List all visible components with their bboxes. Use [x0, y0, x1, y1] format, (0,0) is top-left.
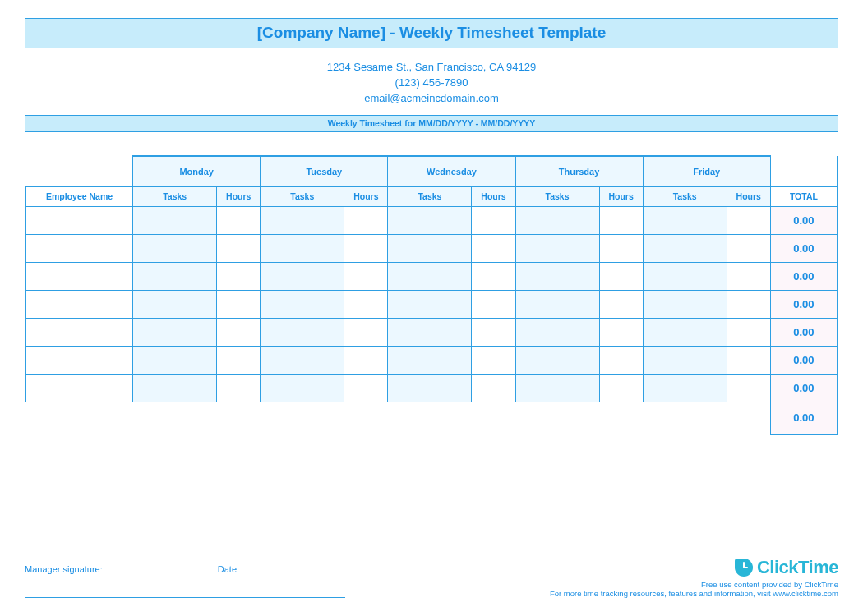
- tasks-cell[interactable]: [133, 374, 217, 402]
- hours-cell[interactable]: [727, 234, 770, 262]
- hours-cell[interactable]: [217, 346, 261, 374]
- hours-cell[interactable]: [217, 290, 261, 318]
- hours-cell[interactable]: [472, 234, 515, 262]
- tasks-cell[interactable]: [388, 374, 472, 402]
- employee-cell[interactable]: [25, 206, 133, 234]
- tasks-cell[interactable]: [643, 234, 727, 262]
- hours-cell[interactable]: [344, 206, 388, 234]
- tasks-cell[interactable]: [261, 374, 344, 402]
- hours-cell[interactable]: [599, 318, 643, 346]
- tasks-cell[interactable]: [133, 290, 217, 318]
- employee-cell[interactable]: [25, 318, 133, 346]
- tasks-cell[interactable]: [388, 234, 472, 262]
- tasks-cell[interactable]: [261, 318, 344, 346]
- manager-signature-label: Manager signature:: [25, 564, 103, 574]
- timesheet-table: Monday Tuesday Wednesday Thursday Friday…: [25, 155, 838, 436]
- hours-cell[interactable]: [599, 234, 643, 262]
- tasks-cell[interactable]: [261, 346, 344, 374]
- tasks-cell[interactable]: [643, 262, 727, 290]
- tasks-cell[interactable]: [388, 262, 472, 290]
- tasks-cell[interactable]: [133, 206, 217, 234]
- hours-cell[interactable]: [344, 318, 388, 346]
- tasks-cell[interactable]: [388, 290, 472, 318]
- sub-header-row: Employee Name Tasks Hours Tasks Hours Ta…: [25, 186, 838, 206]
- table-row: 0.00: [25, 318, 838, 346]
- page-title-bar: [Company Name] - Weekly Timesheet Templa…: [25, 18, 838, 48]
- hours-cell[interactable]: [472, 290, 515, 318]
- tasks-cell[interactable]: [261, 290, 344, 318]
- col-tasks-fri: Tasks: [643, 186, 727, 206]
- employee-cell[interactable]: [25, 374, 133, 402]
- hours-cell[interactable]: [472, 206, 515, 234]
- tasks-cell[interactable]: [643, 290, 727, 318]
- hours-cell[interactable]: [344, 374, 388, 402]
- hours-cell[interactable]: [727, 290, 770, 318]
- hours-cell[interactable]: [472, 262, 515, 290]
- hours-cell[interactable]: [727, 374, 770, 402]
- hours-cell[interactable]: [472, 318, 515, 346]
- col-hours-tue: Hours: [344, 186, 388, 206]
- tasks-cell[interactable]: [515, 234, 599, 262]
- hours-cell[interactable]: [727, 318, 770, 346]
- contact-address: 1234 Sesame St., San Francisco, CA 94129: [25, 60, 838, 76]
- contact-phone: (123) 456-7890: [25, 76, 838, 91]
- contact-email: email@acmeincdomain.com: [25, 91, 838, 107]
- hours-cell[interactable]: [217, 318, 261, 346]
- row-total: 0.00: [770, 318, 838, 346]
- hours-cell[interactable]: [599, 290, 643, 318]
- tasks-cell[interactable]: [643, 346, 727, 374]
- tasks-cell[interactable]: [515, 346, 599, 374]
- period-label: Weekly Timesheet for MM/DD/YYYY - MM/DD/…: [328, 118, 536, 128]
- hours-cell[interactable]: [217, 234, 261, 262]
- hours-cell[interactable]: [217, 262, 261, 290]
- tasks-cell[interactable]: [133, 234, 217, 262]
- tasks-cell[interactable]: [643, 374, 727, 402]
- hours-cell[interactable]: [727, 206, 770, 234]
- tasks-cell[interactable]: [515, 262, 599, 290]
- tasks-cell[interactable]: [133, 262, 217, 290]
- hours-cell[interactable]: [344, 346, 388, 374]
- table-row: 0.00: [25, 206, 838, 234]
- row-total: 0.00: [770, 262, 838, 290]
- tasks-cell[interactable]: [261, 262, 344, 290]
- timesheet-page: [Company Name] - Weekly Timesheet Templa…: [0, 0, 863, 616]
- hours-cell[interactable]: [472, 346, 515, 374]
- tasks-cell[interactable]: [261, 234, 344, 262]
- hours-cell[interactable]: [599, 374, 643, 402]
- tasks-cell[interactable]: [388, 346, 472, 374]
- employee-cell[interactable]: [25, 234, 133, 262]
- hours-cell[interactable]: [344, 290, 388, 318]
- hours-cell[interactable]: [727, 346, 770, 374]
- tasks-cell[interactable]: [515, 374, 599, 402]
- hours-cell[interactable]: [599, 346, 643, 374]
- day-head-wednesday: Wednesday: [388, 156, 515, 187]
- hours-cell[interactable]: [599, 262, 643, 290]
- tasks-cell[interactable]: [388, 206, 472, 234]
- row-total: 0.00: [770, 374, 838, 402]
- hours-cell[interactable]: [599, 206, 643, 234]
- hours-cell[interactable]: [472, 374, 515, 402]
- hours-cell[interactable]: [217, 206, 261, 234]
- hours-cell[interactable]: [727, 262, 770, 290]
- tasks-cell[interactable]: [515, 206, 599, 234]
- tasks-cell[interactable]: [515, 318, 599, 346]
- clock-icon: [735, 559, 753, 577]
- table-row: 0.00: [25, 374, 838, 402]
- employee-cell[interactable]: [25, 346, 133, 374]
- brand-line2: For more time tracking resources, featur…: [550, 589, 838, 598]
- row-total: 0.00: [770, 346, 838, 374]
- hours-cell[interactable]: [344, 234, 388, 262]
- tasks-cell[interactable]: [515, 290, 599, 318]
- tasks-cell[interactable]: [133, 346, 217, 374]
- tasks-cell[interactable]: [261, 206, 344, 234]
- hours-cell[interactable]: [217, 374, 261, 402]
- hours-cell[interactable]: [344, 262, 388, 290]
- grand-total: 0.00: [770, 402, 838, 434]
- employee-cell[interactable]: [25, 262, 133, 290]
- tasks-cell[interactable]: [388, 318, 472, 346]
- tasks-cell[interactable]: [643, 206, 727, 234]
- tasks-cell[interactable]: [643, 318, 727, 346]
- employee-cell[interactable]: [25, 290, 133, 318]
- tasks-cell[interactable]: [133, 318, 217, 346]
- table-row: 0.00: [25, 346, 838, 374]
